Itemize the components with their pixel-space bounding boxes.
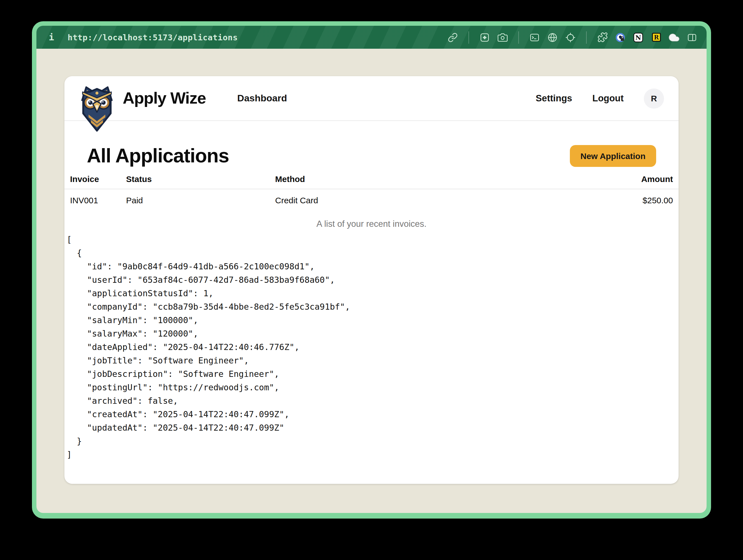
cell-invoice: INV001 xyxy=(64,189,121,211)
onepassword-icon[interactable] xyxy=(615,32,626,43)
avatar[interactable]: R xyxy=(644,88,664,108)
apply-wize-owl-logo-icon[interactable] xyxy=(79,84,115,134)
toolbar-icons: N R xyxy=(447,31,698,43)
main-content: All Applications New Application Invoice… xyxy=(64,144,679,461)
info-icon[interactable]: i xyxy=(49,32,54,43)
invoices-table: Invoice Status Method Amount INV001 Paid… xyxy=(64,169,679,211)
nav-logout[interactable]: Logout xyxy=(592,93,624,104)
column-header-amount: Amount xyxy=(544,169,679,189)
cell-status: Paid xyxy=(121,189,269,211)
json-debug-output: [ { "id": "9ab0c84f-64d9-41db-a566-2c100… xyxy=(64,233,679,461)
cell-method: Credit Card xyxy=(269,189,544,211)
toolbar-separator xyxy=(518,31,519,43)
camera-icon[interactable] xyxy=(497,32,508,43)
svg-text:R: R xyxy=(654,34,659,41)
link-icon[interactable] xyxy=(447,32,458,43)
cell-amount: $250.00 xyxy=(544,189,679,211)
table-header-row: Invoice Status Method Amount xyxy=(64,169,679,189)
column-header-method: Method xyxy=(269,169,544,189)
globe-icon[interactable] xyxy=(547,32,558,43)
crosshair-icon[interactable] xyxy=(565,32,576,43)
app-card: Apply Wize Dashboard Settings Logout R A… xyxy=(64,76,679,484)
new-application-button[interactable]: New Application xyxy=(570,145,656,167)
toolbar-separator xyxy=(586,31,587,43)
cloud-icon[interactable] xyxy=(668,32,680,43)
page-background: Apply Wize Dashboard Settings Logout R A… xyxy=(36,49,707,513)
browser-toolbar: i http://localhost:5173/applications xyxy=(36,26,707,49)
svg-text:N: N xyxy=(636,34,641,41)
table-caption: A list of your recent invoices. xyxy=(64,219,679,229)
split-view-icon[interactable] xyxy=(687,32,698,43)
column-header-invoice: Invoice xyxy=(64,169,121,189)
app-header: Apply Wize Dashboard Settings Logout R xyxy=(64,76,679,121)
retroarch-icon[interactable]: R xyxy=(651,32,662,43)
terminal-icon[interactable] xyxy=(529,32,540,43)
gallery-icon[interactable] xyxy=(479,32,490,43)
notion-icon[interactable]: N xyxy=(632,32,644,43)
nav-settings[interactable]: Settings xyxy=(536,93,572,104)
toolbar-separator xyxy=(469,31,469,43)
column-header-status: Status xyxy=(121,169,269,189)
title-row: All Applications New Application xyxy=(87,144,656,167)
brand-title[interactable]: Apply Wize xyxy=(123,89,206,107)
table-row[interactable]: INV001 Paid Credit Card $250.00 xyxy=(64,189,679,211)
nav-dashboard[interactable]: Dashboard xyxy=(237,93,287,104)
page-title: All Applications xyxy=(87,144,229,167)
browser-window: i http://localhost:5173/applications xyxy=(32,21,711,519)
desktop: i http://localhost:5173/applications xyxy=(0,0,743,560)
header-right-nav: Settings Logout R xyxy=(536,88,664,108)
extensions-puzzle-icon[interactable] xyxy=(597,32,608,43)
url-field[interactable]: http://localhost:5173/applications xyxy=(68,33,237,42)
